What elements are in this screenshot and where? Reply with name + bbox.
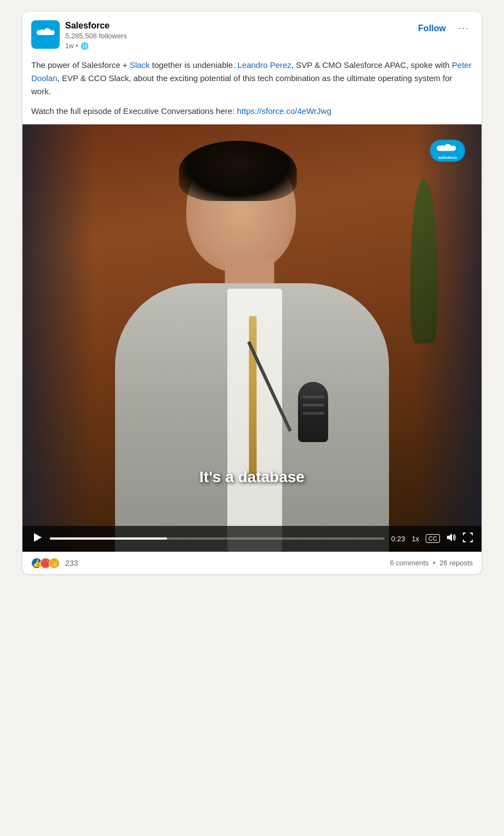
post-footer: 👍 ❤️ 👏 233 6 comments • 26 reposts xyxy=(22,552,482,574)
header-left: Salesforce 5,285,508 followers 1w • 🌐 xyxy=(31,20,127,50)
dot: • xyxy=(76,42,78,50)
reposts-count[interactable]: 26 reposts xyxy=(439,559,473,567)
svg-marker-0 xyxy=(34,533,42,542)
author-name[interactable]: Salesforce xyxy=(65,20,127,32)
video-thumbnail[interactable]: salesforce It's a database xyxy=(22,124,482,552)
author-followers: 5,285,508 followers xyxy=(65,32,127,41)
person-hair xyxy=(179,141,297,201)
video-subtitle: It's a database xyxy=(199,468,305,486)
svg-marker-1 xyxy=(447,534,452,541)
reaction-icons: 👍 ❤️ 👏 xyxy=(31,558,60,569)
time-display: 0:23 xyxy=(391,535,405,543)
footer-stats: 6 comments • 26 reposts xyxy=(390,559,473,567)
badge-text: salesforce xyxy=(438,156,457,159)
post-text-2: together is undeniable. xyxy=(150,60,237,70)
more-options-button[interactable]: ··· xyxy=(455,20,473,36)
mic-grill-1 xyxy=(302,396,324,398)
globe-icon: 🌐 xyxy=(81,42,89,50)
volume-button[interactable] xyxy=(446,532,456,545)
mic-grill-2 xyxy=(302,404,324,406)
speed-button[interactable]: 1x xyxy=(411,535,419,543)
post-content: The power of Salesforce + Slack together… xyxy=(22,54,482,124)
leandro-link[interactable]: Leandro Perez xyxy=(238,60,291,70)
post-text-4: , EVP & CCO Slack, about the exciting po… xyxy=(31,73,452,96)
salesforce-badge: salesforce xyxy=(430,140,465,162)
play-button[interactable] xyxy=(31,531,43,546)
progress-fill xyxy=(50,537,167,540)
episode-link[interactable]: https://sforce.co/4eWrJwg xyxy=(237,106,331,116)
post-header: Salesforce 5,285,508 followers 1w • 🌐 Fo… xyxy=(22,12,482,54)
post-card: Salesforce 5,285,508 followers 1w • 🌐 Fo… xyxy=(22,11,482,575)
progress-bar[interactable] xyxy=(50,537,385,540)
fullscreen-button[interactable] xyxy=(463,532,473,545)
reaction-count: 233 xyxy=(65,559,78,568)
post-text-3: , SVP & CMO Salesforce APAC, spoke with xyxy=(291,60,452,70)
left-blur xyxy=(22,124,94,552)
post-meta: 1w • 🌐 xyxy=(65,42,127,50)
video-container: salesforce It's a database 0:23 1x CC xyxy=(22,124,482,552)
video-scene xyxy=(22,124,482,552)
time-ago: 1w xyxy=(65,42,73,50)
separator: • xyxy=(431,559,438,567)
cc-button[interactable]: CC xyxy=(426,534,440,543)
header-right: Follow ··· xyxy=(414,20,473,36)
comments-count[interactable]: 6 comments xyxy=(390,559,429,567)
post-text-1: The power of Salesforce + xyxy=(31,60,130,70)
post-paragraph-2: Watch the full episode of Executive Conv… xyxy=(31,105,473,118)
avatar[interactable] xyxy=(31,20,60,49)
post-paragraph-1: The power of Salesforce + Slack together… xyxy=(31,59,473,98)
clap-emoji: 👏 xyxy=(49,558,60,569)
author-info: Salesforce 5,285,508 followers 1w • 🌐 xyxy=(65,20,127,50)
slack-link[interactable]: Slack xyxy=(130,60,150,70)
follow-button[interactable]: Follow xyxy=(414,21,450,36)
mic-grill-3 xyxy=(302,412,324,415)
reactions-left: 👍 ❤️ 👏 233 xyxy=(31,558,78,569)
video-controls: 0:23 1x CC xyxy=(22,526,482,552)
watch-text: Watch the full episode of Executive Conv… xyxy=(31,106,237,116)
